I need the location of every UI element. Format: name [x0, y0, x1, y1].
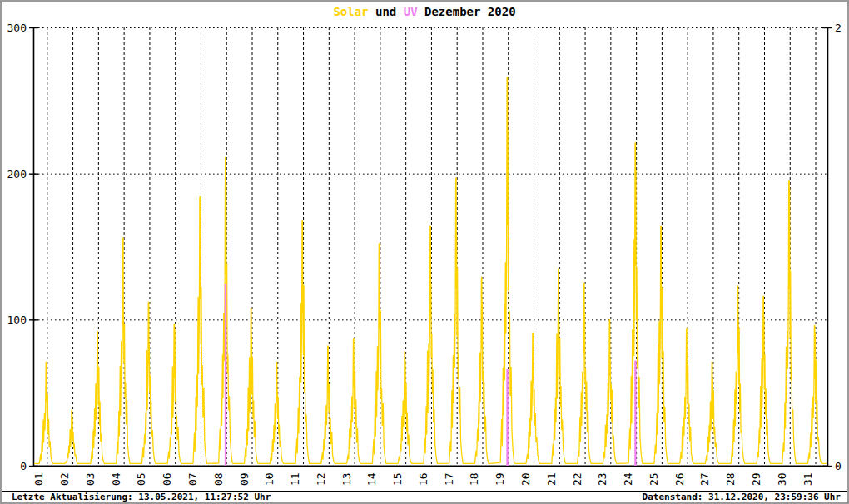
left-axis-tick-label: 0: [20, 460, 27, 472]
x-axis-day-label: 06: [161, 472, 173, 486]
x-axis-day-label: 18: [468, 472, 480, 486]
x-axis-day-label: 30: [776, 472, 788, 486]
x-axis-day-label: 15: [391, 472, 404, 486]
x-axis-day-label: 24: [622, 472, 634, 486]
x-axis-day-label: 27: [698, 472, 711, 486]
x-axis-day-label: 02: [58, 472, 71, 486]
left-axis-tick-label: 200: [7, 168, 27, 180]
x-axis-day-label: 22: [571, 472, 583, 486]
last-update-text: Letzte Aktualisierung: 13.05.2021, 11:27…: [12, 492, 271, 502]
uv-bar-day-08: [225, 284, 226, 466]
x-axis-day-label: 03: [84, 472, 97, 486]
x-axis-day-label: 29: [750, 472, 762, 486]
x-axis-day-label: 05: [135, 472, 147, 486]
x-axis-day-label: 13: [340, 472, 353, 486]
x-axis-day-label: 17: [443, 472, 455, 486]
right-axis-tick-label: 0: [835, 460, 842, 472]
x-axis-day-label: 16: [417, 472, 429, 486]
x-axis-day-label: 31: [802, 472, 814, 486]
chart-window: Solar und UV Dezember 2020 0100200300020…: [0, 0, 849, 504]
x-axis-day-label: 12: [315, 472, 327, 486]
uv-bar-day-19: [506, 369, 508, 466]
x-axis-day-label: 08: [212, 472, 225, 486]
x-axis-day-label: 09: [238, 472, 251, 486]
solar-uv-chart-plot: 0100200300020102030405060708091011121314…: [2, 2, 847, 491]
uv-bar-day-24: [634, 361, 636, 466]
x-axis-day-label: 20: [519, 472, 532, 486]
x-axis-day-label: 10: [263, 472, 276, 486]
x-axis-day-label: 23: [596, 472, 608, 486]
left-axis-tick-label: 300: [7, 22, 27, 34]
x-axis-day-label: 11: [289, 472, 301, 486]
x-axis-day-label: 14: [365, 472, 378, 486]
footer-bar: Letzte Aktualisierung: 13.05.2021, 11:27…: [2, 491, 847, 502]
x-axis-day-label: 28: [724, 472, 737, 486]
right-axis-tick-label: 2: [835, 22, 842, 34]
x-axis-day-label: 04: [110, 472, 122, 486]
x-axis-day-label: 07: [186, 472, 199, 486]
x-axis-day-label: 19: [494, 472, 506, 486]
x-axis-day-label: 25: [648, 472, 660, 486]
x-axis-day-label: 21: [545, 472, 558, 486]
data-state-text: Datenstand: 31.12.2020, 23:59:36 Uhr: [643, 492, 841, 502]
x-axis-day-label: 26: [673, 472, 686, 486]
left-axis-tick-label: 100: [7, 314, 27, 326]
x-axis-day-label: 01: [32, 472, 45, 486]
solar-series-line: [34, 77, 827, 464]
